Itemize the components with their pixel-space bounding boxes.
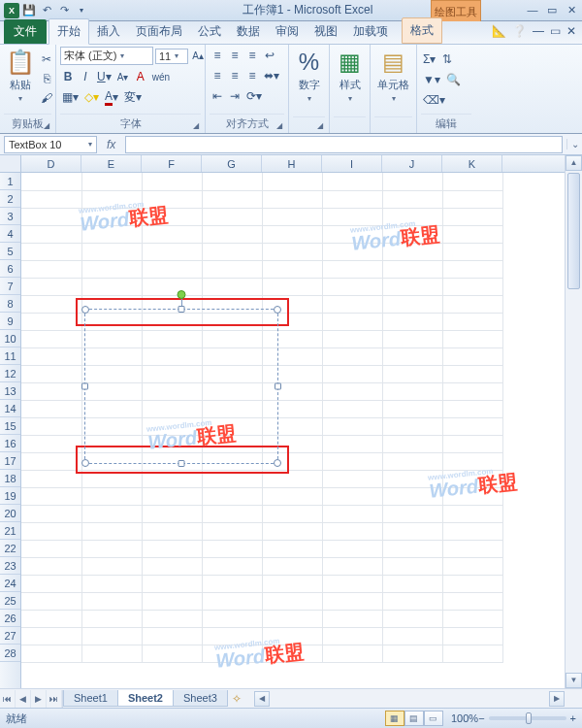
zoom-in-button[interactable]: + (570, 712, 576, 724)
row-headers[interactable]: 1234567891011121314151617181920212223242… (0, 173, 21, 688)
cell[interactable] (21, 243, 81, 260)
cell[interactable] (81, 557, 142, 575)
cell[interactable] (322, 470, 382, 487)
scroll-left-button[interactable]: ◀ (254, 691, 270, 707)
name-box[interactable]: TextBox 10▾ (4, 136, 97, 153)
underline-button[interactable]: U▾ (95, 68, 113, 85)
cell[interactable] (202, 173, 262, 190)
redo-icon[interactable]: ↷ (56, 3, 72, 18)
rotation-handle[interactable] (178, 290, 186, 299)
tab-review[interactable]: 审阅 (268, 19, 307, 44)
increase-indent-icon[interactable]: ⇥ (227, 87, 242, 105)
cell[interactable] (21, 417, 81, 435)
help-icon[interactable]: ❔ (512, 24, 527, 38)
cell[interactable] (322, 417, 382, 435)
sheet-tab-3[interactable]: Sheet3 (173, 690, 228, 707)
format-painter-icon[interactable]: 🖌 (39, 89, 54, 107)
row-header-28[interactable]: 28 (0, 645, 20, 662)
cell[interactable] (81, 645, 142, 662)
fill-icon[interactable]: ▼▾ (421, 71, 442, 88)
cell[interactable] (442, 540, 502, 557)
tab-insert[interactable]: 插入 (89, 19, 128, 44)
cell[interactable] (442, 470, 502, 487)
cell[interactable] (262, 243, 322, 260)
font-color-a-icon[interactable]: A (133, 68, 148, 85)
cell[interactable] (382, 575, 442, 592)
cell[interactable] (382, 557, 442, 575)
cell[interactable] (21, 627, 81, 645)
cell[interactable] (322, 557, 382, 575)
align-launcher-icon[interactable]: ◢ (276, 121, 282, 130)
cell[interactable] (21, 505, 81, 522)
cell[interactable] (382, 592, 442, 610)
undo-icon[interactable]: ↶ (39, 3, 54, 18)
cell[interactable] (202, 225, 262, 243)
cell[interactable] (142, 278, 202, 295)
resize-handle-sw[interactable] (81, 459, 89, 467)
cell[interactable] (202, 190, 262, 208)
cell[interactable] (21, 190, 81, 208)
cell[interactable] (322, 645, 382, 662)
cell[interactable] (142, 173, 202, 190)
cell[interactable] (382, 435, 442, 452)
row-header-8[interactable]: 8 (0, 295, 20, 313)
cell[interactable] (21, 208, 81, 225)
number-format-button[interactable]: %数字▾ (293, 47, 325, 105)
cell[interactable] (262, 208, 322, 225)
sheet-tab-1[interactable]: Sheet1 (63, 690, 118, 707)
cell[interactable] (442, 278, 502, 295)
cell[interactable] (442, 592, 502, 610)
cell[interactable] (442, 627, 502, 645)
cell[interactable] (81, 522, 142, 540)
cell[interactable] (382, 243, 442, 260)
sheet-nav-last[interactable]: ⏭ (47, 690, 62, 708)
cell[interactable] (442, 610, 502, 627)
tab-addins[interactable]: 加载项 (345, 19, 396, 44)
cell[interactable] (81, 610, 142, 627)
cell[interactable] (322, 505, 382, 522)
phonetic-guide-icon[interactable]: wén (150, 68, 172, 85)
cell[interactable] (21, 260, 81, 278)
cell[interactable] (322, 522, 382, 540)
cell[interactable] (382, 173, 442, 190)
cell[interactable] (322, 330, 382, 347)
cell[interactable] (21, 557, 81, 575)
cell[interactable] (262, 575, 322, 592)
cell[interactable] (202, 575, 262, 592)
row-header-2[interactable]: 2 (0, 190, 20, 208)
cell[interactable] (142, 645, 202, 662)
cell[interactable] (21, 295, 81, 313)
resize-handle-s[interactable] (178, 460, 185, 467)
cell[interactable] (21, 575, 81, 592)
cell[interactable] (382, 400, 442, 417)
horizontal-scrollbar[interactable]: ◀ ▶ (254, 691, 565, 707)
cell[interactable] (142, 190, 202, 208)
cell[interactable] (21, 382, 81, 400)
cell[interactable] (202, 522, 262, 540)
resize-handle-nw[interactable] (81, 306, 89, 314)
cell[interactable] (262, 173, 322, 190)
cell[interactable] (382, 645, 442, 662)
cell[interactable] (21, 330, 81, 347)
cell[interactable] (382, 470, 442, 487)
cell[interactable] (262, 540, 322, 557)
cell[interactable] (442, 260, 502, 278)
font-color-icon[interactable]: A▾ (103, 88, 120, 106)
row-header-12[interactable]: 12 (0, 365, 20, 382)
cell[interactable] (382, 347, 442, 365)
row-header-4[interactable]: 4 (0, 225, 20, 243)
cell[interactable] (382, 382, 442, 400)
autosum-icon[interactable]: Σ▾ (421, 50, 437, 68)
cell[interactable] (21, 487, 81, 505)
cell[interactable] (442, 347, 502, 365)
fill-color-icon[interactable]: ◇▾ (82, 88, 101, 106)
decrease-indent-icon[interactable]: ⇤ (210, 87, 225, 105)
cell[interactable] (202, 557, 262, 575)
col-header-G[interactable]: G (202, 155, 262, 172)
scroll-thumb[interactable] (567, 173, 580, 289)
cell[interactable] (442, 435, 502, 452)
cell[interactable] (262, 260, 322, 278)
row-header-26[interactable]: 26 (0, 610, 20, 627)
cell[interactable] (382, 487, 442, 505)
align-right-icon[interactable]: ≡ (244, 67, 260, 84)
